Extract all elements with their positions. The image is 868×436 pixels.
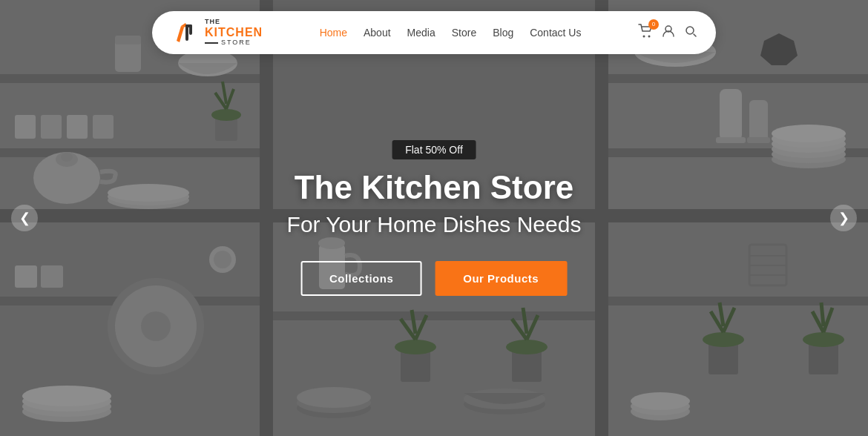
hero-section: THE KITCHEN STORE Home About Media Store… (0, 0, 868, 436)
logo-text: THE KITCHEN STORE (205, 19, 263, 46)
user-icon[interactable] (662, 24, 675, 42)
nav-link-home[interactable]: Home (320, 27, 347, 39)
nav-actions: 0 (638, 24, 697, 42)
logo-icon (171, 19, 199, 47)
nav-links: Home About Media Store Blog Contact Us (320, 26, 582, 39)
nav-item-contact[interactable]: Contact Us (530, 26, 581, 39)
chevron-right-icon: ❯ (838, 210, 849, 226)
search-icon[interactable] (684, 24, 697, 41)
svg-point-100 (686, 27, 694, 34)
hero-content: Flat 50% Off The Kitchen Store For Your … (287, 140, 582, 296)
hero-subtitle: For Your Home Dishes Needs (287, 212, 582, 237)
hero-title: The Kitchen Store (287, 168, 582, 208)
cart-badge: 0 (648, 19, 659, 30)
svg-rect-91 (171, 19, 199, 47)
products-button[interactable]: Our Products (435, 261, 567, 296)
nav-item-store[interactable]: Store (452, 26, 476, 39)
nav-link-blog[interactable]: Blog (493, 27, 513, 39)
nav-link-contact[interactable]: Contact Us (530, 27, 581, 39)
svg-point-97 (642, 35, 645, 37)
svg-rect-96 (185, 24, 192, 27)
nav-item-about[interactable]: About (364, 26, 391, 39)
nav-link-media[interactable]: Media (407, 27, 435, 39)
cart-button[interactable]: 0 (638, 24, 653, 42)
chevron-left-icon: ❮ (19, 210, 30, 226)
collections-button[interactable]: Collections (301, 261, 421, 296)
logo[interactable]: THE KITCHEN STORE (171, 19, 263, 47)
nav-link-store[interactable]: Store (452, 27, 476, 39)
carousel-next-button[interactable]: ❯ (830, 205, 857, 231)
svg-point-98 (648, 35, 650, 37)
promo-badge: Flat 50% Off (392, 140, 476, 159)
navbar: THE KITCHEN STORE Home About Media Store… (152, 11, 716, 54)
hero-buttons: Collections Our Products (287, 261, 582, 296)
nav-link-about[interactable]: About (364, 27, 391, 39)
nav-item-home[interactable]: Home (320, 26, 347, 39)
nav-item-blog[interactable]: Blog (493, 26, 513, 39)
nav-item-media[interactable]: Media (407, 26, 435, 39)
carousel-prev-button[interactable]: ❮ (11, 205, 38, 231)
